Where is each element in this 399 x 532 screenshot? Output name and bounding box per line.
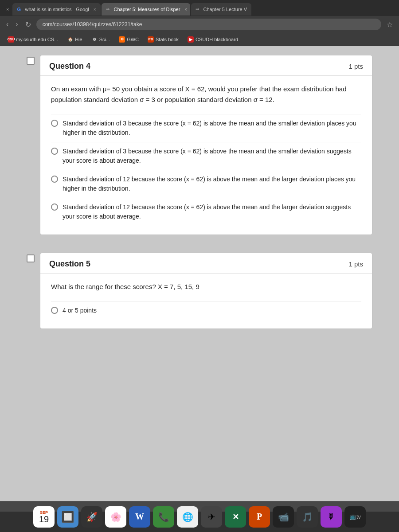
tab-bar: × G what is ss in statistics - Googl × ⇒… xyxy=(0,0,399,16)
tab2-favicon-icon: ⇒ xyxy=(106,7,111,12)
photos-icon: 🌸 xyxy=(110,512,121,522)
answer-text-q4c: Standard deviation of 12 because the sco… xyxy=(63,175,361,193)
refresh-button[interactable]: ↻ xyxy=(23,20,33,29)
podcasts-icon: 🎙 xyxy=(327,512,336,522)
answer-text-q5a: 4 or 5 points xyxy=(63,306,97,315)
excel-icon: ✕ xyxy=(232,512,239,522)
macos-dock: SEP 19 🔲 🚀 🌸 W 📞 🌐 ✈ ✕ P 📹 🎵 🎙 📺tv xyxy=(0,501,399,532)
window-close-button[interactable]: × xyxy=(4,7,12,12)
dock-launchpad[interactable]: 🚀 xyxy=(81,506,102,528)
address-bar-row: ‹ › ↻ com/courses/103984/quizzes/612231/… xyxy=(0,16,399,33)
question4-points: 1 pts xyxy=(348,63,363,70)
bookmark-label: Sci... xyxy=(99,37,110,42)
question4-header: Question 4 1 pts xyxy=(40,55,372,76)
radio-q4b[interactable] xyxy=(51,148,58,155)
dock-compass[interactable]: ✈ xyxy=(201,506,222,528)
question4-checkbox[interactable] xyxy=(27,57,35,65)
radio-q4c[interactable] xyxy=(51,176,58,183)
dock-chrome[interactable]: 🌐 xyxy=(177,506,198,528)
facetime2-icon: 📹 xyxy=(278,512,289,522)
question4-text: On an exam with μ= 50 you obtain a score… xyxy=(51,84,361,105)
bookmark-hie[interactable]: 🏠 Hie xyxy=(63,35,86,43)
tab3-favicon-icon: ⇒ xyxy=(196,7,201,12)
bookmark-statsbook[interactable]: PB Stats book xyxy=(144,35,182,43)
question4-option-a[interactable]: Standard deviation of 3 because the scor… xyxy=(51,114,361,142)
question5-checkbox[interactable] xyxy=(27,254,35,262)
bookmark-star-icon[interactable]: ☆ xyxy=(385,20,395,29)
sci-favicon-icon: ⚙ xyxy=(91,36,98,43)
dock-day: 19 xyxy=(39,515,49,524)
tab-google-search[interactable]: G what is ss in statistics - Googl × xyxy=(12,3,100,16)
tab-label: what is ss in statistics - Googl xyxy=(25,7,89,12)
question4-container: Question 4 1 pts On an exam with μ= 50 y… xyxy=(40,55,372,235)
music-icon: 🎵 xyxy=(302,512,313,522)
question4-title: Question 4 xyxy=(49,62,90,71)
page-content: Question 4 1 pts On an exam with μ= 50 y… xyxy=(0,46,399,512)
answer-text-q4a: Standard deviation of 3 because the scor… xyxy=(63,119,361,137)
finder-icon: 🔲 xyxy=(61,511,74,523)
hie-favicon-icon: 🏠 xyxy=(67,36,73,43)
forward-button[interactable]: › xyxy=(14,20,20,28)
bookmark-sci[interactable]: ⚙ Sci... xyxy=(88,35,113,43)
tab-label: Chapter 5 Lecture V xyxy=(203,7,247,12)
blackboard-favicon-icon: ▶ xyxy=(188,36,194,43)
dock-date[interactable]: SEP 19 xyxy=(33,506,55,528)
dock-facetime[interactable]: 📞 xyxy=(153,506,174,528)
facetime-icon: 📞 xyxy=(158,512,169,522)
question4-option-c[interactable]: Standard deviation of 12 because the sco… xyxy=(51,170,361,198)
browser-chrome: × G what is ss in statistics - Googl × ⇒… xyxy=(0,0,399,46)
answer-text-q4d: Standard deviation of 12 because the sco… xyxy=(63,203,361,221)
powerpoint-icon: P xyxy=(257,512,262,522)
radio-q4d[interactable] xyxy=(51,203,58,211)
question4-body: On an exam with μ= 50 you obtain a score… xyxy=(40,76,372,235)
dock-photos[interactable]: 🌸 xyxy=(105,506,126,528)
compass-icon: ✈ xyxy=(208,512,215,522)
google-favicon-icon: G xyxy=(17,7,22,12)
dock-word[interactable]: W xyxy=(129,506,150,528)
tab-chapter5-lecture[interactable]: ⇒ Chapter 5 Lecture V xyxy=(191,3,251,16)
tab-close-icon[interactable]: × xyxy=(184,7,187,12)
bookmark-label: Hie xyxy=(75,37,82,42)
question4-option-b[interactable]: Standard deviation of 3 because the scor… xyxy=(51,142,361,170)
appletv-icon: 📺tv xyxy=(349,513,361,520)
dock-excel[interactable]: ✕ xyxy=(225,506,246,528)
bookmark-label: Stats book xyxy=(156,37,179,42)
radio-q5a[interactable] xyxy=(51,307,58,314)
answer-text-q4b: Standard deviation of 3 because the scor… xyxy=(63,147,361,165)
question5-wrapper: Question 5 1 pts What is the range for t… xyxy=(27,253,372,340)
dock-finder[interactable]: 🔲 xyxy=(57,506,78,528)
dock-podcasts[interactable]: 🎙 xyxy=(321,506,342,528)
tab-close-icon[interactable]: × xyxy=(94,7,96,12)
dock-powerpoint[interactable]: P xyxy=(249,506,270,528)
radio-q4a[interactable] xyxy=(51,120,58,127)
question5-container: Question 5 1 pts What is the range for t… xyxy=(40,253,372,329)
question5-option-a[interactable]: 4 or 5 points xyxy=(51,301,361,320)
question5-header: Question 5 1 pts xyxy=(40,253,372,274)
bookmark-label: CSUDH blackboard xyxy=(196,37,238,42)
launchpad-icon: 🚀 xyxy=(86,512,98,522)
back-button[interactable]: ‹ xyxy=(4,20,10,28)
question4-option-d[interactable]: Standard deviation of 12 because the sco… xyxy=(51,198,361,226)
chrome-icon: 🌐 xyxy=(182,512,193,522)
bookmark-csudh-blackboard[interactable]: ▶ CSUDH blackboard xyxy=(184,35,242,43)
statsbook-favicon-icon: PB xyxy=(148,36,154,43)
bookmark-label: my.csudh.edu CS... xyxy=(16,37,58,42)
question5-body: What is the range for these scores? X = … xyxy=(40,274,372,329)
gwc-favicon-icon: ⚙ xyxy=(119,36,125,43)
bookmark-gwc[interactable]: ⚙ GWC xyxy=(115,35,142,43)
csudh-favicon-icon: CSU xyxy=(8,36,14,43)
tab-label: Chapter 5: Measures of Disper xyxy=(114,7,180,12)
question5-text: What is the range for these scores? X = … xyxy=(51,282,361,292)
question5-points: 1 pts xyxy=(348,260,363,268)
bookmarks-bar: CSU my.csudh.edu CS... 🏠 Hie ⚙ Sci... ⚙ … xyxy=(0,33,399,46)
dock-music[interactable]: 🎵 xyxy=(297,506,318,528)
question5-title: Question 5 xyxy=(49,259,90,269)
question4-wrapper: Question 4 1 pts On an exam with μ= 50 y… xyxy=(27,55,372,246)
dock-appletv[interactable]: 📺tv xyxy=(344,506,366,528)
address-bar[interactable]: com/courses/103984/quizzes/612231/take xyxy=(36,19,381,30)
bookmark-csudh[interactable]: CSU my.csudh.edu CS... xyxy=(4,35,62,43)
address-text: com/courses/103984/quizzes/612231/take xyxy=(43,21,142,27)
bookmark-label: GWC xyxy=(127,37,139,42)
dock-facetime2[interactable]: 📹 xyxy=(273,506,294,528)
tab-chapter5-measures[interactable]: ⇒ Chapter 5: Measures of Disper × xyxy=(102,3,190,16)
